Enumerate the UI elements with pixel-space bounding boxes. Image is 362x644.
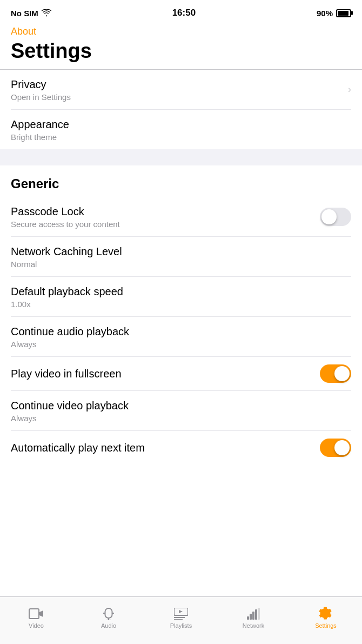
fullscreen-item[interactable]: Play video in fullscreen bbox=[11, 357, 351, 391]
fullscreen-toggle-knob bbox=[334, 366, 350, 381]
page-title: Settings bbox=[11, 39, 351, 63]
video-icon bbox=[29, 607, 44, 620]
passcode-lock-subtitle: Secure access to your content bbox=[11, 220, 314, 229]
main-content: No SIM 16:50 90% About Settings Privacy bbox=[0, 0, 362, 512]
tab-playlists-label: Playlists bbox=[170, 622, 192, 629]
continue-audio-title: Continue audio playback bbox=[11, 324, 351, 338]
tab-video-label: Video bbox=[29, 622, 44, 629]
audio-icon bbox=[101, 607, 116, 620]
svg-rect-0 bbox=[29, 609, 39, 619]
carrier-label: No SIM bbox=[11, 9, 38, 18]
header: About Settings bbox=[0, 24, 362, 63]
tab-video[interactable]: Video bbox=[0, 607, 72, 629]
playback-speed-content: Default playback speed 1.00x bbox=[11, 284, 351, 309]
tab-settings-label: Settings bbox=[315, 622, 337, 629]
continue-video-subtitle: Always bbox=[11, 414, 351, 423]
passcode-lock-title: Passcode Lock bbox=[11, 204, 314, 218]
auto-play-toggle-knob bbox=[334, 440, 350, 455]
privacy-content: Privacy Open in Settings bbox=[11, 77, 343, 102]
continue-audio-item[interactable]: Continue audio playback Always bbox=[11, 317, 351, 357]
continue-video-item[interactable]: Continue video playback Always bbox=[11, 391, 351, 431]
playback-speed-subtitle: 1.00x bbox=[11, 300, 351, 309]
fullscreen-toggle[interactable] bbox=[320, 364, 351, 383]
settings-icon bbox=[318, 607, 333, 620]
tab-network[interactable]: Network bbox=[217, 607, 290, 629]
network-caching-title: Network Caching Level bbox=[11, 244, 351, 258]
privacy-chevron: › bbox=[348, 84, 351, 95]
svg-rect-12 bbox=[252, 612, 254, 620]
network-caching-item[interactable]: Network Caching Level Normal bbox=[11, 237, 351, 277]
status-right: 90% bbox=[317, 9, 351, 18]
svg-rect-10 bbox=[247, 616, 249, 620]
privacy-title: Privacy bbox=[11, 77, 343, 91]
auto-play-item[interactable]: Automatically play next item bbox=[11, 431, 351, 464]
playback-speed-item[interactable]: Default playback speed 1.00x bbox=[11, 277, 351, 317]
svg-rect-11 bbox=[250, 614, 252, 620]
svg-marker-1 bbox=[39, 610, 43, 617]
battery-icon bbox=[336, 9, 351, 17]
tab-audio[interactable]: Audio bbox=[72, 607, 145, 629]
status-left: No SIM bbox=[11, 9, 51, 18]
network-caching-content: Network Caching Level Normal bbox=[11, 244, 351, 269]
svg-rect-14 bbox=[258, 608, 260, 620]
auto-play-content: Automatically play next item bbox=[11, 441, 314, 455]
passcode-lock-item[interactable]: Passcode Lock Secure access to your cont… bbox=[11, 197, 351, 237]
wifi-icon bbox=[42, 9, 51, 17]
fullscreen-title: Play video in fullscreen bbox=[11, 367, 314, 381]
tab-network-label: Network bbox=[243, 622, 264, 629]
appearance-content: Appearance Bright theme bbox=[11, 117, 351, 142]
appearance-subtitle: Bright theme bbox=[11, 132, 351, 142]
status-bar: No SIM 16:50 90% bbox=[0, 0, 362, 24]
battery-percentage: 90% bbox=[317, 9, 333, 18]
playback-speed-title: Default playback speed bbox=[11, 284, 351, 298]
section-gap bbox=[0, 149, 362, 165]
about-link[interactable]: About bbox=[11, 26, 351, 37]
tab-playlists[interactable]: Playlists bbox=[145, 607, 217, 629]
svg-marker-7 bbox=[179, 610, 183, 613]
section-generic: Generic Passcode Lock Secure access to y… bbox=[0, 165, 362, 464]
auto-play-title: Automatically play next item bbox=[11, 441, 314, 455]
fullscreen-content: Play video in fullscreen bbox=[11, 367, 314, 381]
continue-audio-subtitle: Always bbox=[11, 340, 351, 349]
network-icon bbox=[246, 607, 261, 620]
battery-fill bbox=[338, 11, 348, 16]
privacy-item[interactable]: Privacy Open in Settings › bbox=[11, 70, 351, 110]
section-general: Privacy Open in Settings › Appearance Br… bbox=[0, 70, 362, 149]
svg-rect-13 bbox=[255, 609, 257, 620]
tab-audio-label: Audio bbox=[101, 622, 116, 629]
playlists-icon bbox=[173, 607, 189, 620]
appearance-item[interactable]: Appearance Bright theme bbox=[11, 110, 351, 149]
tab-settings[interactable]: Settings bbox=[290, 607, 362, 629]
status-time: 16:50 bbox=[172, 8, 196, 18]
passcode-lock-toggle-knob bbox=[321, 209, 337, 224]
appearance-title: Appearance bbox=[11, 117, 351, 131]
privacy-subtitle: Open in Settings bbox=[11, 92, 343, 102]
continue-video-title: Continue video playback bbox=[11, 399, 351, 413]
network-caching-subtitle: Normal bbox=[11, 260, 351, 269]
passcode-lock-content: Passcode Lock Secure access to your cont… bbox=[11, 204, 314, 229]
auto-play-toggle[interactable] bbox=[320, 439, 351, 457]
continue-audio-content: Continue audio playback Always bbox=[11, 324, 351, 349]
passcode-lock-toggle[interactable] bbox=[320, 208, 351, 226]
continue-video-content: Continue video playback Always bbox=[11, 399, 351, 423]
generic-section-title: Generic bbox=[11, 165, 351, 197]
tab-bar: Video Audio Playlists bbox=[0, 596, 362, 644]
